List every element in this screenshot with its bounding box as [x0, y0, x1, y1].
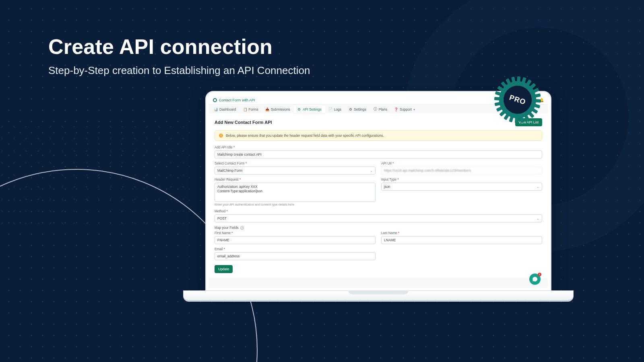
logs-icon: 📄 [329, 108, 332, 111]
gear-icon: ⚙ [349, 108, 352, 111]
pro-badge: PRO [494, 76, 541, 123]
input-first-name[interactable]: FNAME [215, 236, 376, 244]
label-api-title: Add API title * [215, 146, 542, 149]
submissions-icon: 📥 [266, 108, 269, 111]
help-icon: ❓ [394, 108, 398, 111]
headline-title: Create API connection [48, 35, 604, 59]
tab-api-settings[interactable]: ⚙API Settings [294, 105, 325, 113]
input-api-url[interactable]: https://us18.api.mailchimp.com/3.0/lists… [381, 167, 542, 175]
helper-header-request: Enter your API authentication and conten… [215, 203, 376, 206]
field-header-request: Header Request * Authorization: apiKey X… [215, 178, 376, 206]
field-method: Method * POST⌄ [215, 210, 542, 222]
section-map-fields: Map your Fields ? [215, 226, 542, 230]
alert-text: Below, please ensure that you update the… [226, 134, 384, 138]
label-email: Email * [215, 247, 376, 251]
textarea-header-request[interactable]: Authorization: apiKey XXX Content-Type:a… [215, 183, 376, 202]
chevron-down-icon: ▾ [413, 108, 415, 111]
field-contact-form: Select Contact Form * MailChimp Form⌄ [215, 162, 376, 175]
field-email: Email * email_address [215, 247, 376, 260]
dashboard-icon: 📊 [214, 108, 218, 111]
chat-widget[interactable]: 1 [529, 274, 541, 285]
label-api-url: API Url * [381, 162, 542, 165]
warning-icon: ! [219, 134, 223, 138]
chevron-down-icon: ⌄ [370, 169, 373, 173]
laptop-mockup: Contact Form with API 🔔 📊Dashboard 📋Form… [183, 91, 574, 308]
field-input-type: Input Type * json⌄ [381, 178, 542, 206]
field-first-name: First Name * FNAME [215, 231, 376, 244]
input-email[interactable]: email_address [215, 252, 376, 260]
tab-support[interactable]: ❓Support ▾ [391, 105, 419, 113]
label-header-request: Header Request * [215, 178, 376, 181]
forms-icon: 📋 [244, 108, 247, 111]
select-contact-form[interactable]: MailChimp Form⌄ [215, 167, 376, 175]
update-button[interactable]: Update [215, 265, 233, 273]
gear-icon: ⚙ [297, 108, 301, 111]
tab-dashboard[interactable]: 📊Dashboard [211, 105, 240, 113]
chat-icon [532, 276, 538, 282]
label-first-name: First Name * [215, 231, 376, 235]
input-api-title[interactable]: Mailchimp create contact API [215, 150, 542, 158]
label-method: Method * [215, 210, 542, 213]
select-method[interactable]: POST⌄ [215, 214, 542, 222]
page-title: Add New Contact Form API [215, 120, 272, 125]
chat-badge: 1 [538, 273, 541, 276]
tab-plans[interactable]: ⓘPlans [370, 105, 391, 113]
page-header: Add New Contact Form API View API List [215, 118, 542, 126]
info-alert: ! Below, please ensure that you update t… [215, 130, 542, 141]
app-screen: Contact Form with API 🔔 📊Dashboard 📋Form… [209, 96, 548, 288]
laptop-notch [348, 290, 409, 294]
field-api-url: API Url * https://us18.api.mailchimp.com… [381, 162, 542, 175]
app-brand: Contact Form with API [213, 98, 255, 102]
label-contact-form: Select Contact Form * [215, 162, 376, 165]
chevron-down-icon: ⌄ [537, 185, 539, 189]
brand-text: Contact Form with API [219, 98, 255, 102]
brand-icon [213, 98, 217, 102]
page-body: Add New Contact Form API View API List !… [209, 113, 548, 278]
info-icon: ⓘ [374, 108, 377, 111]
field-api-title: Add API title * Mailchimp create contact… [215, 146, 542, 158]
field-last-name: Last Name * LNAME [381, 231, 542, 244]
tab-settings[interactable]: ⚙Settings [345, 105, 370, 113]
help-icon[interactable]: ? [240, 226, 244, 230]
select-input-type[interactable]: json⌄ [381, 183, 542, 191]
label-last-name: Last Name * [381, 231, 542, 235]
tab-logs[interactable]: 📄Logs [325, 105, 345, 113]
tab-forms[interactable]: 📋Forms [240, 105, 262, 113]
headline-subtitle: Step-by-Step creation to Establishing an… [48, 64, 604, 77]
chevron-down-icon: ⌄ [537, 217, 539, 220]
tab-submissions[interactable]: 📥Submissions [262, 105, 294, 113]
input-last-name[interactable]: LNAME [381, 236, 542, 244]
headline-block: Create API connection Step-by-Step creat… [48, 35, 604, 77]
label-input-type: Input Type * [381, 178, 542, 181]
